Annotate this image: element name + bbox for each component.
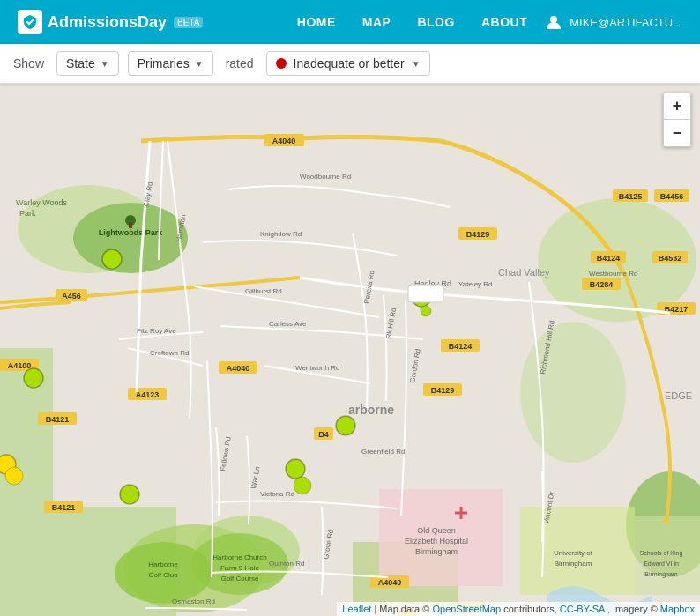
main-nav: HOME MAP BLOG ABOUT [297, 15, 527, 29]
svg-text:Park: Park [19, 209, 36, 218]
svg-text:Schools of King: Schools of King [640, 550, 683, 557]
svg-point-0 [550, 16, 557, 23]
svg-text:Carless Ave: Carless Ave [269, 320, 307, 328]
leaflet-link[interactable]: Leaflet [342, 604, 371, 614]
map-background: Old Queen Elizabeth Hospital Birmingham … [0, 84, 700, 616]
logo[interactable]: AdmissionsDay BETA [18, 10, 203, 34]
svg-text:B4: B4 [318, 430, 329, 439]
zoom-out-button[interactable]: − [664, 120, 690, 146]
svg-text:University of: University of [554, 549, 593, 557]
map-container[interactable]: Old Queen Elizabeth Hospital Birmingham … [0, 84, 700, 616]
rating-arrow: ▼ [412, 59, 421, 69]
svg-text:Knightlow Rd: Knightlow Rd [260, 230, 302, 238]
svg-text:Harborne: Harborne [148, 560, 178, 568]
svg-text:Woodbourne Rd: Woodbourne Rd [300, 173, 351, 181]
svg-point-31 [73, 203, 188, 273]
svg-point-125 [294, 477, 311, 494]
show-label: Show [13, 56, 44, 71]
svg-text:B4125: B4125 [619, 192, 643, 201]
svg-rect-115 [408, 285, 443, 302]
svg-point-128 [5, 467, 23, 485]
svg-text:Birmingham: Birmingham [644, 571, 678, 578]
svg-text:Birmingham: Birmingham [415, 547, 458, 556]
svg-text:Quinton Rd: Quinton Rd [269, 560, 304, 568]
svg-text:Yateley Rd: Yateley Rd [458, 280, 493, 288]
svg-text:EDGE: EDGE [665, 390, 692, 401]
svg-text:Fitz Roy Ave: Fitz Roy Ave [137, 327, 176, 335]
logo-text: AdmissionsDay [48, 13, 167, 32]
nav-map[interactable]: MAP [362, 15, 391, 29]
svg-text:Harborne Church: Harborne Church [212, 553, 266, 561]
svg-text:Golf Course: Golf Course [221, 575, 259, 583]
svg-text:arborne: arborne [348, 403, 394, 417]
user-menu[interactable]: MIKE@ARTIFACTU... [545, 13, 682, 31]
rating-value: Inadequate or better [294, 56, 405, 71]
mapbox-link[interactable]: Mapbox [660, 604, 695, 614]
svg-text:B4121: B4121 [46, 415, 70, 424]
svg-text:Edward VI in: Edward VI in [644, 560, 679, 567]
svg-text:Greenfield Rd: Greenfield Rd [361, 448, 405, 456]
state-dropdown-arrow: ▼ [101, 59, 109, 69]
svg-text:Gillhurst Rd: Gillhurst Rd [245, 287, 282, 295]
svg-text:Golf Club: Golf Club [148, 571, 178, 579]
svg-text:A4040: A4040 [227, 364, 250, 373]
map-controls: + − [663, 93, 691, 147]
svg-text:B4129: B4129 [466, 230, 490, 239]
nav-about[interactable]: ABOUT [481, 15, 527, 29]
logo-icon [18, 10, 42, 34]
svg-text:Warley Woods: Warley Woods [16, 198, 68, 207]
svg-text:Croftown Rd: Croftown Rd [150, 349, 189, 357]
svg-text:A4123: A4123 [136, 390, 160, 399]
school-type-arrow: ▼ [195, 59, 204, 69]
svg-text:Old Queen: Old Queen [417, 526, 456, 535]
svg-text:B4129: B4129 [431, 386, 455, 395]
svg-point-116 [421, 306, 431, 316]
svg-text:Osmaston Rd: Osmaston Rd [172, 597, 215, 605]
state-dropdown[interactable]: State ▼ [56, 51, 119, 76]
svg-text:B4124: B4124 [449, 342, 473, 351]
app-header: AdmissionsDay BETA HOME MAP BLOG ABOUT M… [0, 0, 700, 44]
svg-text:A4100: A4100 [8, 361, 32, 370]
map-attribution: Leaflet | Map data © OpenStreetMap contr… [337, 602, 700, 616]
svg-text:B4121: B4121 [52, 503, 76, 512]
svg-text:A4040: A4040 [272, 137, 296, 145]
rating-dot [276, 58, 287, 69]
state-dropdown-value: State [66, 56, 95, 71]
svg-text:Elizabeth Hospital: Elizabeth Hospital [405, 537, 468, 545]
zoom-in-button[interactable]: + [664, 93, 690, 120]
rated-label: rated [226, 56, 254, 71]
svg-text:B4456: B4456 [660, 192, 684, 201]
beta-badge: BETA [174, 17, 203, 28]
svg-text:Lightwoods Park: Lightwoods Park [99, 228, 164, 237]
svg-text:A456: A456 [62, 292, 81, 301]
svg-rect-34 [129, 222, 132, 228]
nav-blog[interactable]: BLOG [417, 15, 454, 29]
svg-text:B4532: B4532 [659, 254, 682, 263]
nav-home[interactable]: HOME [297, 15, 336, 29]
svg-text:Chad Valley: Chad Valley [498, 267, 550, 278]
school-type-value: Primaries [138, 56, 190, 71]
user-icon [545, 13, 562, 31]
svg-text:B4284: B4284 [590, 280, 614, 289]
svg-text:A4040: A4040 [378, 578, 402, 587]
user-email: MIKE@ARTIFACTU... [570, 16, 682, 29]
rating-dropdown[interactable]: Inadequate or better ▼ [266, 51, 430, 76]
svg-text:Birmingham: Birmingham [555, 560, 592, 568]
svg-text:Wentworth Rd: Wentworth Rd [295, 364, 340, 372]
school-type-dropdown[interactable]: Primaries ▼ [128, 51, 213, 76]
osm-link[interactable]: OpenStreetMap [432, 604, 501, 614]
filter-bar: Show State ▼ Primaries ▼ rated Inadequat… [0, 44, 700, 84]
svg-text:Westbourne Rd: Westbourne Rd [589, 270, 637, 278]
svg-text:B4124: B4124 [597, 254, 621, 263]
svg-text:Victoria Rd: Victoria Rd [260, 490, 294, 498]
cc-link[interactable]: CC-BY-SA [560, 604, 605, 614]
